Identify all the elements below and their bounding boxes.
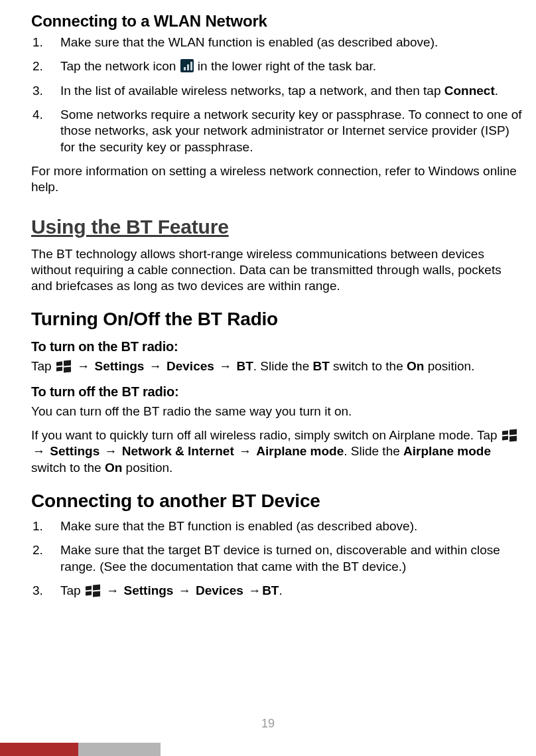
body-text: Some networks require a network security… xyxy=(60,108,522,154)
list-item: Make sure that the WLAN function is enab… xyxy=(31,35,524,50)
arrow-icon: → xyxy=(105,583,120,597)
bold-term: BT xyxy=(313,359,330,373)
nav-term: Devices xyxy=(167,359,214,373)
nav-term: BT xyxy=(262,583,279,597)
footer-bar-red xyxy=(0,743,78,756)
footer-color-bars xyxy=(0,743,536,756)
arrow-icon: → xyxy=(103,444,119,458)
nav-term: Devices xyxy=(196,583,243,597)
arrow-icon: → xyxy=(148,359,163,373)
list-item: In the list of available wireless networ… xyxy=(31,83,524,99)
heading-using-bt: Using the BT Feature xyxy=(31,216,524,238)
arrow-icon: → xyxy=(237,444,253,458)
arrow-icon: → xyxy=(177,583,192,597)
nav-term: BT xyxy=(236,359,253,373)
body-paragraph: If you want to quickly turn off all wire… xyxy=(31,427,524,476)
body-text: . xyxy=(279,583,282,597)
bold-term: On xyxy=(407,359,424,373)
body-text: . xyxy=(495,84,498,98)
list-item: Tap the network icon in the lower right … xyxy=(31,58,524,74)
bt-steps-list: Make sure that the BT function is enable… xyxy=(31,518,524,599)
heading-turn-onoff-bt: Turning On/Off the BT Radio xyxy=(31,309,524,330)
heading-connect-bt-device: Connecting to another BT Device xyxy=(31,491,524,512)
nav-term: Settings xyxy=(50,444,100,458)
nav-term: Settings xyxy=(94,359,144,373)
bold-term-connect: Connect xyxy=(444,84,495,98)
arrow-icon: → xyxy=(31,444,46,458)
body-text: Make sure that the target BT device is t… xyxy=(60,543,500,573)
body-text: in the lower right of the task bar. xyxy=(198,59,376,73)
footer-bar-grey xyxy=(78,743,161,756)
body-text: . Slide the xyxy=(344,444,403,458)
body-text: Make sure that the BT function is enable… xyxy=(60,519,417,533)
arrow-icon: → xyxy=(76,359,91,373)
bold-term: On xyxy=(105,461,122,475)
bold-term: Airplane mode xyxy=(403,444,491,458)
nav-term: Settings xyxy=(123,583,173,597)
subheading-turn-on-bt: To turn on the BT radio: xyxy=(31,339,524,354)
body-text: position. xyxy=(424,359,474,373)
body-paragraph: You can turn off the BT radio the same w… xyxy=(31,404,524,419)
list-item: Tap → Settings → Devices →BT. xyxy=(31,583,524,599)
body-text: switch to the xyxy=(31,461,105,475)
nav-term: Airplane mode xyxy=(256,444,344,458)
start-icon xyxy=(502,429,517,441)
body-paragraph: The BT technology allows short-range wir… xyxy=(31,246,524,295)
manual-page: Connecting to a WLAN Network Make sure t… xyxy=(0,0,536,756)
body-text: Tap xyxy=(60,583,84,597)
list-item: Some networks require a network security… xyxy=(31,107,524,155)
body-text: switch to the xyxy=(330,359,407,373)
body-text: Tap xyxy=(31,359,55,373)
arrow-icon: → xyxy=(247,583,262,597)
body-text: Tap the network icon xyxy=(60,59,176,73)
start-icon xyxy=(86,585,100,597)
body-paragraph: For more information on setting a wirele… xyxy=(31,163,524,196)
list-item: Make sure that the target BT device is t… xyxy=(31,542,524,575)
body-text: If you want to quickly turn off all wire… xyxy=(31,428,501,442)
page-number: 19 xyxy=(0,717,536,731)
body-text: In the list of available wireless networ… xyxy=(60,84,444,98)
subheading-turn-off-bt: To turn off the BT radio: xyxy=(31,384,524,400)
start-icon xyxy=(56,360,71,372)
body-text: . Slide the xyxy=(253,359,313,373)
footer-bar-white xyxy=(161,743,536,756)
wlan-steps-list: Make sure that the WLAN function is enab… xyxy=(31,35,524,155)
heading-connect-wlan: Connecting to a WLAN Network xyxy=(31,12,524,31)
nav-term: Network & Internet xyxy=(122,444,234,458)
body-text: Make sure that the WLAN function is enab… xyxy=(60,35,438,49)
body-text: position. xyxy=(122,461,172,475)
body-paragraph: Tap → Settings → Devices → BT. Slide the… xyxy=(31,358,524,374)
network-icon xyxy=(180,59,194,72)
list-item: Make sure that the BT function is enable… xyxy=(31,518,524,534)
arrow-icon: → xyxy=(218,359,233,373)
